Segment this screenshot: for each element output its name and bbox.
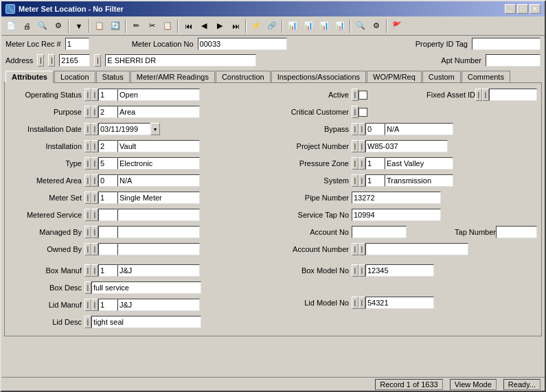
project-num-pipe2[interactable]: | bbox=[359, 140, 365, 152]
tab-attributes[interactable]: Attributes bbox=[5, 71, 54, 83]
search2-button[interactable]: 🔍 bbox=[353, 19, 368, 34]
purpose-pipe2[interactable]: | bbox=[91, 106, 98, 118]
purpose-pipe1[interactable]: | bbox=[84, 106, 91, 118]
lid-desc-pipe1[interactable]: | bbox=[84, 316, 91, 328]
new-button[interactable]: 📄 bbox=[3, 19, 19, 34]
property-id-tag-input[interactable] bbox=[472, 38, 541, 50]
critical-customer-checkbox[interactable] bbox=[359, 108, 367, 117]
metered-service-desc-input[interactable] bbox=[117, 209, 200, 221]
installation-code-input[interactable] bbox=[98, 140, 117, 152]
bypass-pipe1[interactable]: | bbox=[352, 123, 359, 135]
tap-number-input[interactable] bbox=[496, 226, 537, 238]
action-button[interactable]: ⚡ bbox=[249, 19, 264, 34]
tab-comments[interactable]: Comments bbox=[462, 71, 510, 83]
maximize-button[interactable]: □ bbox=[517, 4, 528, 14]
address-pipe-btn3[interactable]: | bbox=[94, 54, 101, 67]
address-pipe-btn2[interactable]: | bbox=[48, 54, 55, 67]
managed-by-pipe1[interactable]: | bbox=[84, 226, 91, 238]
bypass-desc-input[interactable] bbox=[385, 123, 453, 135]
minimize-button[interactable]: _ bbox=[505, 4, 516, 14]
pipe-number-input[interactable] bbox=[352, 192, 441, 204]
purpose-desc-input[interactable] bbox=[117, 106, 200, 118]
box-model-pipe1[interactable]: | bbox=[352, 264, 359, 277]
system-desc-input[interactable] bbox=[385, 174, 453, 187]
cut-button[interactable]: ✂ bbox=[144, 19, 159, 34]
account-num-pipe2[interactable]: | bbox=[359, 243, 365, 255]
service-tap-input[interactable] bbox=[352, 209, 441, 221]
owned-by-desc-input[interactable] bbox=[117, 243, 200, 255]
type-pipe1[interactable]: | bbox=[84, 157, 91, 170]
inst-pipe1[interactable]: | bbox=[84, 140, 91, 152]
address-num-input[interactable] bbox=[59, 54, 90, 67]
active-checkbox[interactable] bbox=[359, 91, 367, 100]
metered-service-code-input[interactable] bbox=[98, 209, 117, 221]
op-status-desc-input[interactable] bbox=[117, 89, 200, 101]
report1-button[interactable]: 📊 bbox=[285, 19, 300, 34]
last-button[interactable]: ⏭ bbox=[228, 19, 243, 34]
owned-by-code-input[interactable] bbox=[98, 243, 117, 255]
meter-set-code-input[interactable] bbox=[98, 192, 117, 204]
pressure-zone-code-input[interactable] bbox=[365, 157, 385, 170]
managed-by-code-input[interactable] bbox=[98, 226, 117, 238]
fixed-asset-pipe1[interactable]: | bbox=[475, 89, 482, 101]
metered-area-pipe1[interactable]: | bbox=[84, 174, 91, 187]
box-manuf-pipe1[interactable]: | bbox=[84, 264, 91, 277]
address-pipe-btn[interactable]: | bbox=[37, 54, 44, 67]
tab-custom[interactable]: Custom bbox=[422, 71, 461, 83]
view-button[interactable]: 📋 bbox=[92, 19, 107, 34]
pressure-zone-desc-input[interactable] bbox=[385, 157, 453, 170]
fixed-asset-id-input[interactable] bbox=[489, 89, 537, 101]
bypass-pipe2[interactable]: | bbox=[359, 123, 365, 135]
tools-button[interactable]: ⚙ bbox=[51, 19, 66, 34]
op-status-pipe2[interactable]: | bbox=[91, 89, 98, 101]
project-num-pipe1[interactable]: | bbox=[352, 140, 359, 152]
box-manuf-desc-input[interactable] bbox=[117, 264, 200, 277]
op-status-pipe1[interactable]: | bbox=[84, 89, 91, 101]
box-desc-pipe1[interactable]: | bbox=[84, 281, 91, 294]
installation-desc-input[interactable] bbox=[117, 140, 200, 152]
installation-date-input[interactable] bbox=[98, 123, 150, 135]
print-button[interactable]: 🖨 bbox=[19, 19, 34, 34]
meter-set-pipe2[interactable]: | bbox=[91, 192, 98, 204]
managed-by-pipe2[interactable]: | bbox=[91, 226, 98, 238]
system-code-input[interactable] bbox=[365, 174, 385, 187]
metered-svc-pipe2[interactable]: | bbox=[91, 209, 98, 221]
report2-button[interactable]: 📊 bbox=[301, 19, 316, 34]
pressure-zone-pipe1[interactable]: | bbox=[352, 157, 359, 170]
tab-meter-amr[interactable]: Meter/AMR Readings bbox=[130, 71, 215, 83]
tab-location[interactable]: Location bbox=[54, 71, 95, 83]
tab-status[interactable]: Status bbox=[96, 71, 130, 83]
metered-area-desc-input[interactable] bbox=[117, 174, 200, 187]
box-model-pipe2[interactable]: | bbox=[359, 264, 365, 277]
system-pipe1[interactable]: | bbox=[352, 174, 359, 187]
lid-manuf-pipe1[interactable]: | bbox=[84, 299, 91, 311]
link-button[interactable]: 🔗 bbox=[264, 19, 280, 34]
purpose-code-input[interactable] bbox=[98, 106, 117, 118]
managed-by-desc-input[interactable] bbox=[117, 226, 200, 238]
apt-number-input[interactable] bbox=[486, 54, 541, 67]
box-manuf-pipe2[interactable]: | bbox=[91, 264, 98, 277]
first-button[interactable]: ⏮ bbox=[181, 19, 196, 34]
report3-button[interactable]: 📊 bbox=[317, 19, 332, 34]
op-status-code-input[interactable] bbox=[98, 89, 117, 101]
address-street-input[interactable] bbox=[105, 54, 256, 67]
inst-pipe2[interactable]: | bbox=[91, 140, 98, 152]
inst-date-pipe2[interactable]: | bbox=[91, 123, 98, 135]
filter-button[interactable]: ▼ bbox=[71, 19, 87, 34]
meter-loc-rec-input[interactable] bbox=[65, 38, 89, 50]
copy-button[interactable]: 📋 bbox=[160, 19, 175, 34]
inst-date-pipe1[interactable]: | bbox=[84, 123, 91, 135]
lid-manuf-code-input[interactable] bbox=[98, 299, 117, 311]
owned-by-pipe1[interactable]: | bbox=[84, 243, 91, 255]
box-desc-input[interactable] bbox=[91, 281, 201, 294]
owned-by-pipe2[interactable]: | bbox=[91, 243, 98, 255]
account-no-input[interactable] bbox=[352, 226, 407, 238]
critical-cust-pipe1[interactable]: | bbox=[352, 106, 359, 118]
tab-wo-pm[interactable]: WO/PM/Req bbox=[367, 71, 422, 83]
refresh-button[interactable]: 🔄 bbox=[108, 19, 123, 34]
settings-button[interactable]: ⚙ bbox=[369, 19, 384, 34]
pressure-zone-pipe2[interactable]: | bbox=[359, 157, 365, 170]
tab-construction[interactable]: Construction bbox=[216, 71, 271, 83]
flag-button[interactable]: 🚩 bbox=[389, 19, 405, 34]
lid-manuf-desc-input[interactable] bbox=[117, 299, 200, 311]
